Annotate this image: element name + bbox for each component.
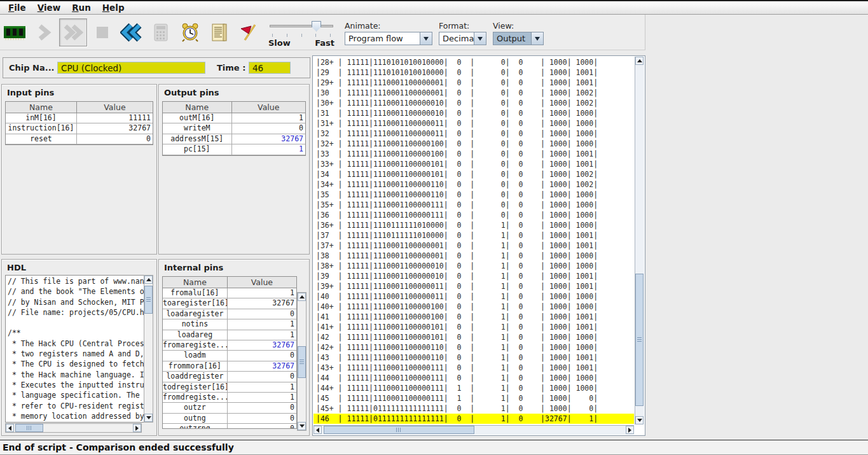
scroll-right-button[interactable] (133, 424, 141, 432)
pin-row[interactable]: loadareg 1 (163, 330, 296, 340)
output-row[interactable]: |33 | 11111|1110001100000100| 0 | 0| 0 |… (316, 149, 634, 159)
output-row[interactable]: |43+ | 11111|1110001100000111| 0 | 1| 0 … (316, 363, 634, 373)
scroll-up-button[interactable] (298, 293, 306, 301)
output-row[interactable]: |29+ | 11111|1110001100000001| 0 | 0| 0 … (316, 78, 634, 88)
speed-slider[interactable] (268, 20, 334, 34)
scroll-down-button[interactable] (635, 416, 644, 424)
pin-row[interactable]: pc[15] 1 (163, 144, 305, 155)
menu-item[interactable]: Run (66, 2, 97, 14)
output-horizontal-scrollbar[interactable] (313, 425, 634, 435)
output-row[interactable]: |30 | 11111|1110001100000001| 0 | 0| 0 |… (316, 88, 634, 98)
output-row[interactable]: |36+ | 11111|1110111111010000| 0 | 1| 0 … (316, 220, 634, 230)
output-row[interactable]: |35+ | 11111|1110001100000111| 0 | 0| 0 … (316, 200, 634, 210)
scrollbar-thumb[interactable] (15, 424, 43, 432)
view-select[interactable]: Output (493, 32, 544, 45)
slider-thumb[interactable] (312, 21, 321, 32)
menu-item[interactable]: View (32, 2, 66, 14)
animate-select[interactable]: Program flow (345, 32, 432, 45)
scroll-right-button[interactable] (626, 426, 634, 434)
stop-button[interactable] (88, 18, 116, 46)
scroll-up-button[interactable] (144, 276, 153, 284)
output-row[interactable]: |42+ | 11111|1110001100000110| 0 | 1| 0 … (316, 342, 634, 353)
output-row[interactable]: |36 | 11111|1110001100000111| 0 | 0| 0 |… (316, 210, 634, 220)
hdl-vertical-scrollbar[interactable] (144, 275, 153, 423)
scroll-left-button[interactable] (6, 424, 14, 432)
run-button[interactable] (59, 18, 87, 46)
menu-item[interactable]: Help (97, 2, 130, 14)
output-row[interactable]: |31 | 11111|1110001100000010| 0 | 0| 0 |… (316, 108, 634, 118)
pin-row[interactable]: fromdregiste... 1 (163, 393, 296, 403)
output-row[interactable]: |31+ | 11111|1110001100000011| 0 | 0| 0 … (316, 118, 634, 129)
output-row[interactable]: |40 | 11111|1110001100000011| 0 | 1| 0 |… (316, 291, 634, 302)
output-row[interactable]: |32 | 11111|1110001100000011| 0 | 0| 0 |… (316, 129, 634, 139)
output-row[interactable]: |39 | 11111|1110001100000010| 0 | 1| 0 |… (316, 271, 634, 281)
format-combo-arrow-button[interactable] (474, 32, 486, 45)
pin-row[interactable]: loadaregister 0 (163, 309, 296, 319)
output-rows[interactable]: |28+ | 11111|1110101010010000| 0 | 0| 0 … (313, 57, 634, 424)
hdl-horizontal-scrollbar[interactable] (5, 423, 142, 433)
scroll-up-button[interactable] (635, 57, 644, 65)
scrollbar-thumb[interactable] (144, 286, 153, 314)
output-row[interactable]: |37+ | 11111|1110001100000001| 0 | 1| 0 … (316, 241, 634, 251)
output-row[interactable]: |34 | 11111|1110001100000101| 0 | 0| 0 |… (316, 169, 634, 179)
scroll-down-button[interactable] (298, 422, 306, 430)
clock-button[interactable] (176, 18, 204, 46)
load-script-button[interactable] (205, 18, 233, 46)
pin-row[interactable]: reset 0 (6, 134, 153, 144)
output-row[interactable]: |40+ | 11111|1110001100000100| 0 | 1| 0 … (316, 302, 634, 312)
animate-combo-arrow-button[interactable] (420, 32, 432, 45)
pin-row[interactable]: outM[16] 1 (163, 113, 305, 123)
pin-row[interactable]: writeM 0 (163, 123, 305, 134)
scroll-down-button[interactable] (144, 414, 153, 422)
pin-row[interactable]: loadm 0 (163, 351, 296, 361)
pin-row[interactable]: loaddregister 0 (163, 372, 296, 382)
pin-row[interactable]: inM[16] 11111 (6, 113, 153, 123)
output-row[interactable]: |41 | 11111|1110001100000100| 0 | 1| 0 |… (316, 312, 634, 322)
output-row[interactable]: |43 | 11111|1110001100000110| 0 | 1| 0 |… (316, 353, 634, 363)
pin-row[interactable]: outzrng 0 (163, 424, 296, 428)
output-row[interactable]: |29 | 11111|1110101010010000| 0 | 0| 0 |… (316, 67, 634, 78)
scroll-left-button[interactable] (313, 426, 322, 434)
pin-row[interactable]: fromalu[16] 1 (163, 288, 296, 298)
evaluate-button[interactable] (147, 18, 175, 46)
single-step-button[interactable] (30, 18, 58, 46)
output-row[interactable]: |30+ | 11111|1110001100000010| 0 | 0| 0 … (316, 98, 634, 108)
output-row[interactable]: |35 | 11111|1110001100000110| 0 | 0| 0 |… (316, 190, 634, 200)
pin-row[interactable]: notins 1 (163, 319, 296, 330)
output-row[interactable]: |33+ | 11111|1110001100000101| 0 | 0| 0 … (316, 159, 634, 169)
pin-row[interactable]: instruction[16] 32767 (6, 123, 153, 134)
output-row[interactable]: |28+ | 11111|1110101010010000| 0 | 0| 0 … (316, 57, 634, 67)
pin-row[interactable]: addressM[15] 32767 (163, 134, 305, 144)
view-combo-arrow-button[interactable] (531, 32, 543, 45)
scrollbar-thumb[interactable] (635, 274, 644, 406)
pin-row[interactable]: fromaregiste... 32767 (163, 340, 296, 351)
output-row[interactable]: |44+ | 11111|1110001100000111| 1 | 1| 0 … (316, 383, 634, 393)
pin-row[interactable]: outzr 0 (163, 403, 296, 413)
output-row[interactable]: |38+ | 11111|1110001100000010| 0 | 1| 0 … (316, 261, 634, 271)
output-row[interactable]: |37 | 11111|1110111111010000| 0 | 1| 0 |… (316, 230, 634, 241)
menu-item[interactable]: File (3, 2, 32, 14)
hdl-code-view[interactable]: // This file is part of www.nand// and t… (5, 275, 144, 423)
reset-button[interactable] (118, 18, 146, 46)
format-select[interactable]: Decimal (439, 32, 486, 45)
pin-row[interactable]: todregister[16] 1 (163, 382, 296, 393)
breakpoints-button[interactable] (235, 18, 263, 46)
output-row[interactable]: |41+ | 11111|1110001100000101| 0 | 1| 0 … (316, 322, 634, 332)
pin-row[interactable]: toaregister[16] 32767 (163, 298, 296, 309)
output-row[interactable]: |45 | 11111|1110001100000111| 1 | 1| 0 |… (316, 393, 634, 403)
pin-row[interactable]: frommora[16] 32767 (163, 361, 296, 372)
output-row[interactable]: |39+ | 11111|1110001100000011| 0 | 1| 0 … (316, 281, 634, 291)
scrollbar-thumb[interactable] (324, 426, 474, 434)
pin-row[interactable]: outng 0 (163, 414, 296, 424)
output-row[interactable]: |38 | 11111|1110001100000001| 0 | 1| 0 |… (316, 251, 634, 261)
output-row[interactable]: |46 | 11111|0111111111111111| 0 | 1| 0 |… (313, 414, 634, 424)
output-row[interactable]: |44 | 11111|1110001100000111| 0 | 1| 0 |… (316, 373, 634, 383)
load-chip-button[interactable] (1, 18, 29, 46)
output-vertical-scrollbar[interactable] (635, 57, 644, 424)
output-row[interactable]: |32+ | 11111|1110001100000100| 0 | 0| 0 … (316, 139, 634, 149)
output-row[interactable]: |42 | 11111|1110001100000101| 0 | 1| 0 |… (316, 332, 634, 342)
output-row[interactable]: |45+ | 11111|0111111111111111| 0 | 1| 0 … (316, 403, 634, 414)
scrollbar-thumb[interactable] (298, 346, 306, 378)
output-row[interactable]: |34+ | 11111|1110001100000110| 0 | 0| 0 … (316, 179, 634, 190)
internal-pins-vertical-scrollbar[interactable] (297, 292, 307, 431)
